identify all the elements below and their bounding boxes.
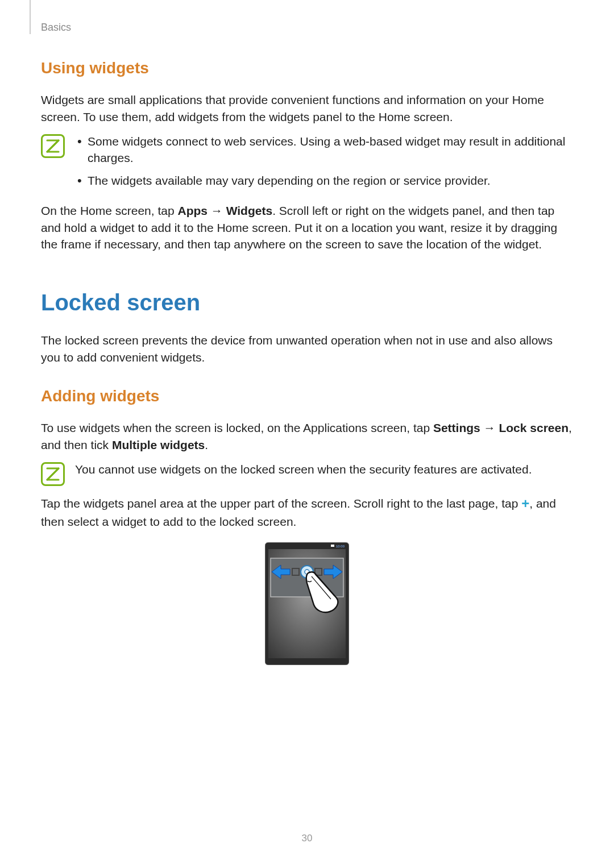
breadcrumb: Basics <box>41 20 71 35</box>
header-rule <box>30 0 31 34</box>
page-content: Using widgets Widgets are small applicat… <box>41 57 573 665</box>
note-icon <box>41 134 65 158</box>
note-text: You cannot use widgets on the locked scr… <box>75 461 573 477</box>
note-icon <box>41 462 65 486</box>
heading-locked-screen: Locked screen <box>41 286 573 318</box>
svg-rect-2 <box>331 545 334 547</box>
page-number: 30 <box>0 832 614 845</box>
paragraph: The locked screen prevents the device fr… <box>41 332 573 366</box>
note-item: Some widgets connect to web services. Us… <box>75 133 573 167</box>
paragraph: On the Home screen, tap Apps → Widgets. … <box>41 202 573 252</box>
device-illustration: 10:00 <box>265 542 349 665</box>
heading-using-widgets: Using widgets <box>41 57 573 79</box>
note-block: You cannot use widgets on the locked scr… <box>41 461 573 486</box>
heading-adding-widgets: Adding widgets <box>41 385 573 407</box>
paragraph: To use widgets when the screen is locked… <box>41 420 573 453</box>
note-item: The widgets available may vary depending… <box>75 172 573 189</box>
paragraph: Tap the widgets panel area at the upper … <box>41 494 573 530</box>
plus-icon: + <box>521 496 529 511</box>
device-time: 10:00 <box>336 545 345 548</box>
paragraph: Widgets are small applications that prov… <box>41 92 573 125</box>
note-block: Some widgets connect to web services. Us… <box>41 133 573 194</box>
